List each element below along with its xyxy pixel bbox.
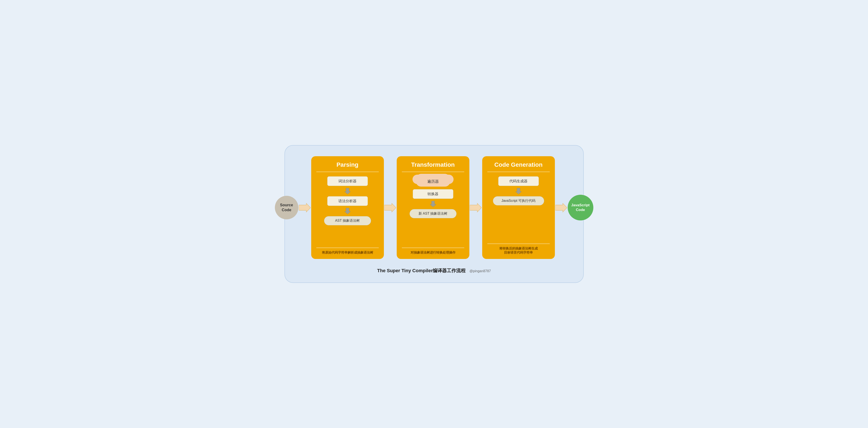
codegen-box: 代码生成器	[498, 176, 539, 186]
ast-label: AST 抽象语法树	[335, 219, 360, 222]
codegen-arrow-1	[516, 188, 522, 194]
codegen-content: 代码生成器 JavaScript 可执行代码	[487, 176, 550, 240]
source-code-label: Source Code	[275, 203, 299, 213]
arrow-source-to-parsing	[299, 202, 311, 213]
outer-container: Source Code Parsing 词法分析器	[284, 145, 584, 283]
lexer-label: 词法分析器	[338, 179, 356, 183]
transformer-label: 转换器	[428, 192, 438, 196]
svg-marker-1	[345, 188, 350, 194]
transformer-box: 转换器	[413, 189, 453, 199]
transformation-title: Transformation	[411, 161, 455, 168]
new-ast-label: 新 AST 抽象语法树	[418, 212, 447, 215]
svg-marker-0	[299, 203, 311, 212]
transformation-content: 遍历器 转换器 新 AST 抽象语法树	[402, 176, 464, 244]
svg-marker-6	[516, 188, 522, 194]
codegen-title: Code Generation	[494, 161, 543, 168]
svg-marker-7	[555, 203, 567, 212]
arrow-parsing-to-transformation	[384, 202, 397, 213]
caption-area: The Super Tiny Compiler编译器工作流程 @pingan87…	[298, 267, 570, 274]
caption-sub: @pingan8787	[470, 269, 491, 273]
parsing-arrow-1	[345, 188, 350, 194]
parsing-content: 词法分析器 语法分析器 AST 抽象语法树	[316, 176, 379, 244]
js-output-label: JavaScriptCode	[571, 203, 590, 212]
ast-oval: AST 抽象语法树	[324, 216, 371, 225]
diagram-area: Source Code Parsing 词法分析器	[298, 156, 570, 259]
parsing-title: Parsing	[336, 161, 359, 168]
transformation-stage: Transformation 遍历器 转换器 新 AST 抽象语法树	[397, 156, 469, 259]
svg-marker-5	[470, 203, 482, 212]
lexer-box: 词法分析器	[327, 176, 368, 186]
js-code-oval: JavaScript 可执行代码	[493, 196, 544, 205]
svg-marker-4	[430, 201, 436, 207]
js-code-label: JavaScript 可执行代码	[501, 199, 535, 202]
source-code-circle: Source Code	[275, 196, 299, 219]
codegen-divider	[487, 172, 550, 172]
new-ast-oval: 新 AST 抽象语法树	[409, 209, 457, 218]
traverser-label: 遍历器	[427, 179, 439, 183]
parsing-stage: Parsing 词法分析器 语法分析器	[311, 156, 384, 259]
js-output-circle: JavaScriptCode	[568, 195, 593, 221]
transformation-divider	[402, 172, 464, 172]
arrow-codegen-to-output	[555, 202, 568, 213]
parsing-divider	[316, 172, 379, 172]
codegen-label: 代码生成器	[509, 179, 528, 183]
parsing-footer: 将原始代码字符串解析成抽象语法树	[316, 248, 379, 255]
parser-box: 语法分析器	[327, 196, 368, 206]
caption-main: The Super Tiny Compiler编译器工作流程	[377, 268, 466, 273]
codegen-stage: Code Generation 代码生成器 JavaScript 可执行代码 将…	[482, 156, 555, 259]
parser-label: 语法分析器	[338, 199, 356, 203]
parsing-arrow-2	[345, 208, 350, 214]
arrow-transformation-to-codegen	[469, 202, 482, 213]
traverser-cloud: 遍历器	[416, 176, 450, 187]
codegen-footer: 将转换后的抽象语法树生成目标语言代码字符串	[487, 244, 550, 255]
svg-marker-3	[384, 203, 396, 212]
svg-marker-2	[345, 208, 350, 214]
transformation-footer: 对抽象语法树进行转换处理操作	[402, 248, 464, 255]
transformation-arrow-1	[430, 201, 436, 207]
